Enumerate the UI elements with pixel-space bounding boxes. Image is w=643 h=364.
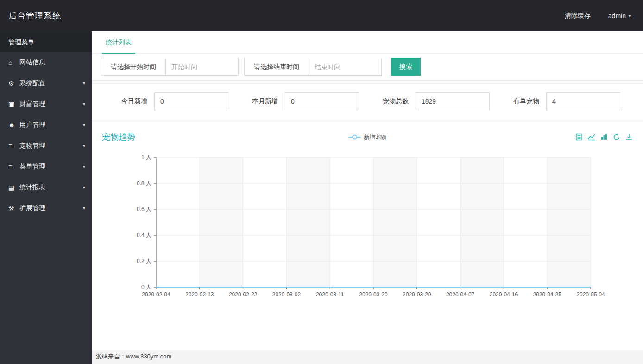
sidebar-item-label: 财富管理	[19, 100, 45, 108]
svg-text:2020-02-13: 2020-02-13	[185, 291, 214, 298]
start-time-group: 请选择开始时间	[101, 58, 239, 76]
download-icon[interactable]	[625, 133, 633, 141]
chevron-down-icon: ▾	[83, 185, 85, 190]
clear-cache-button[interactable]: 清除缓存	[565, 12, 591, 20]
svg-text:2020-04-07: 2020-04-07	[446, 291, 475, 298]
stat-label: 宠物总数	[383, 97, 409, 106]
stat-label: 本月新增	[252, 97, 278, 106]
sidebar-item-reports[interactable]: ▦ 统计报表 ▾	[0, 177, 92, 198]
pet-trend-chart: 0 人0.2 人0.4 人0.6 人0.8 人1 人2020-02-042020…	[92, 147, 643, 305]
footer-text: 源码来自：www.330ym.com	[96, 352, 171, 361]
stats-row: 今日新增 本月新增 宠物总数 有单宠物	[92, 84, 643, 119]
svg-text:2020-03-11: 2020-03-11	[316, 291, 344, 298]
dataview-icon[interactable]	[575, 133, 583, 141]
chart-title: 宠物趋势	[102, 132, 135, 143]
chevron-down-icon: ▾	[83, 81, 85, 86]
main-content: 统计列表 请选择开始时间 请选择结束时间 搜索 今日新增 本月新增 宠物总数 有…	[92, 31, 643, 364]
legend-item-new-pets[interactable]: 新增宠物	[349, 133, 386, 141]
stat-label: 今日新增	[121, 97, 147, 106]
sidebar-item-label: 网站信息	[19, 58, 45, 67]
chevron-down-icon: ▾	[83, 143, 85, 148]
sidebar-item-wealth[interactable]: ▣ 财富管理 ▾	[0, 94, 92, 114]
svg-text:1 人: 1 人	[141, 154, 151, 161]
sidebar-item-extensions[interactable]: ⚒ 扩展管理 ▾	[0, 198, 92, 219]
chevron-down-icon: ▾	[83, 164, 85, 169]
sidebar-item-label: 宠物管理	[19, 142, 45, 150]
ordered-pets-input[interactable]	[546, 92, 620, 110]
start-time-input[interactable]	[166, 58, 239, 76]
chart-header: 宠物趋势 新增宠物	[92, 122, 643, 147]
list-icon: ≡	[8, 163, 19, 170]
app-title: 后台管理系统	[8, 10, 61, 21]
user-name: admin	[608, 12, 626, 19]
sidebar-item-label: 扩展管理	[19, 204, 45, 213]
stat-month-new: 本月新增	[252, 92, 359, 110]
chart-area: 0 人0.2 人0.4 人0.6 人0.8 人1 人2020-02-042020…	[92, 147, 643, 307]
stat-label: 有单宠物	[513, 97, 539, 106]
svg-text:0.6 人: 0.6 人	[137, 206, 151, 213]
refresh-icon[interactable]	[613, 133, 620, 141]
stat-ordered-pets: 有单宠物	[513, 92, 620, 110]
report-icon: ▦	[8, 184, 19, 191]
user-menu[interactable]: admin ▾	[608, 12, 631, 19]
sidebar-item-pets[interactable]: ≡ 宠物管理 ▾	[0, 135, 92, 156]
total-pets-input[interactable]	[416, 92, 490, 110]
svg-text:2020-05-04: 2020-05-04	[576, 291, 605, 298]
section-divider	[92, 119, 643, 122]
svg-text:2020-04-25: 2020-04-25	[533, 291, 562, 298]
sidebar-item-users[interactable]: ☻ 用户管理 ▾	[0, 114, 92, 135]
chevron-down-icon: ▾	[629, 13, 631, 19]
users-icon: ☻	[8, 121, 19, 129]
svg-text:0.2 人: 0.2 人	[137, 258, 151, 264]
tab-bar: 统计列表	[92, 31, 643, 54]
list-icon: ≡	[8, 142, 19, 150]
month-new-input[interactable]	[285, 92, 359, 110]
sidebar-header: 管理菜单	[0, 31, 92, 52]
svg-text:2020-03-02: 2020-03-02	[272, 291, 301, 298]
home-icon: ⌂	[8, 59, 19, 66]
topbar-right: 清除缓存 admin ▾	[565, 12, 631, 20]
chevron-down-icon: ▾	[83, 122, 85, 127]
line-marker-icon	[349, 137, 361, 138]
svg-text:2020-04-16: 2020-04-16	[490, 291, 518, 298]
search-button[interactable]: 搜索	[391, 58, 421, 76]
sidebar-item-label: 用户管理	[19, 121, 45, 129]
filter-row: 请选择开始时间 请选择结束时间 搜索	[92, 54, 643, 80]
wealth-icon: ▣	[8, 100, 19, 108]
chevron-down-icon: ▾	[83, 101, 85, 107]
sidebar-item-website-info[interactable]: ⌂ 网站信息	[0, 52, 92, 73]
sidebar-item-label: 菜单管理	[19, 163, 45, 171]
svg-text:2020-03-29: 2020-03-29	[403, 291, 431, 298]
gears-icon: ⚙	[8, 80, 19, 87]
svg-text:0.8 人: 0.8 人	[137, 180, 151, 187]
chevron-down-icon: ▾	[83, 206, 85, 211]
section-divider	[92, 80, 643, 84]
svg-text:0 人: 0 人	[141, 284, 151, 290]
chart-toolbox	[575, 133, 633, 141]
today-new-input[interactable]	[154, 92, 228, 110]
svg-text:2020-03-20: 2020-03-20	[359, 291, 388, 298]
sidebar-item-system-config[interactable]: ⚙ 系统配置 ▾	[0, 73, 92, 94]
select-end-time-button[interactable]: 请选择结束时间	[244, 58, 309, 76]
svg-text:2020-02-04: 2020-02-04	[142, 291, 170, 298]
line-chart-icon[interactable]	[588, 133, 595, 141]
tab-statistics-list[interactable]: 统计列表	[102, 38, 135, 54]
select-start-time-button[interactable]: 请选择开始时间	[101, 58, 166, 76]
end-time-group: 请选择结束时间	[244, 58, 382, 76]
stat-today-new: 今日新增	[121, 92, 228, 110]
sidebar: 管理菜单 ⌂ 网站信息 ⚙ 系统配置 ▾ ▣ 财富管理 ▾ ☻ 用户管理 ▾ ≡…	[0, 31, 92, 364]
legend-label: 新增宠物	[364, 133, 386, 141]
end-time-input[interactable]	[309, 58, 382, 76]
topbar: 后台管理系统 清除缓存 admin ▾	[0, 0, 643, 31]
stat-total-pets: 宠物总数	[383, 92, 490, 110]
svg-text:0.4 人: 0.4 人	[137, 232, 151, 238]
wrench-icon: ⚒	[8, 205, 19, 212]
bar-chart-icon[interactable]	[600, 133, 608, 141]
sidebar-item-label: 统计报表	[19, 183, 45, 192]
sidebar-item-menus[interactable]: ≡ 菜单管理 ▾	[0, 156, 92, 177]
footer: 源码来自：www.330ym.com	[92, 350, 643, 364]
sidebar-item-label: 系统配置	[19, 79, 45, 88]
svg-text:2020-02-22: 2020-02-22	[229, 291, 258, 298]
